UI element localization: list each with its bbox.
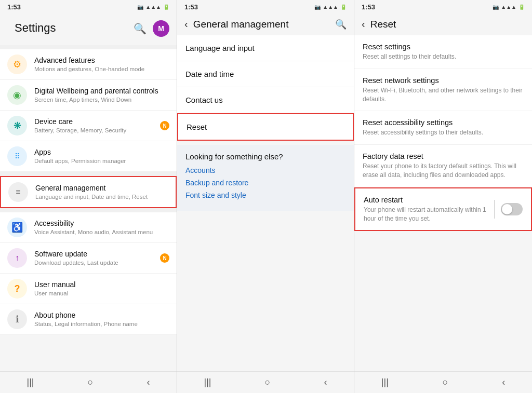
accessibility-sub: Voice Assistant, Mono audio, Assistant m…: [34, 228, 153, 236]
menu-contact-us[interactable]: Contact us: [177, 87, 354, 113]
search-icon[interactable]: 🔍: [134, 22, 147, 35]
advanced-features-sub: Motions and gestures, One-handed mode: [34, 65, 144, 73]
signal-icon-m: ▲▲▲: [323, 4, 338, 10]
accessibility-icon: ♿: [7, 218, 27, 237]
user-manual-icon: ?: [7, 279, 27, 299]
search-icon-middle[interactable]: 🔍: [335, 19, 347, 30]
nav-menu-left[interactable]: |||: [27, 377, 34, 388]
device-care-title: Device care: [34, 117, 126, 126]
about-phone-sub: Status, Legal information, Phone name: [34, 320, 138, 328]
header-icons: 🔍 M: [134, 20, 169, 37]
right-panel: 1:53 📷 ▲▲▲ 🔋 ‹ Reset Reset settings Rese…: [354, 0, 532, 393]
reset-network-title: Reset network settings: [363, 76, 524, 85]
general-management-sub: Language and input, Date and time, Reset: [35, 193, 148, 201]
nav-home-right[interactable]: ○: [443, 377, 448, 388]
nav-menu-right[interactable]: |||: [381, 377, 389, 388]
general-management-title: General management: [35, 183, 148, 193]
factory-reset-sub: Reset your phone to its factory default …: [363, 162, 524, 180]
link-font-size[interactable]: Font size and style: [185, 191, 345, 199]
nav-back-right[interactable]: ‹: [502, 377, 505, 388]
app-header-left: Settings 🔍 M: [0, 13, 177, 45]
status-icons-left: 📷 ▲▲▲ 🔋: [137, 4, 169, 10]
battery-icon-m: 🔋: [340, 4, 347, 10]
avatar[interactable]: M: [153, 20, 169, 37]
auto-restart-toggle[interactable]: [501, 203, 523, 215]
digital-wellbeing-icon: ◉: [7, 85, 27, 105]
status-bar-middle: 1:53 📷 ▲▲▲ 🔋: [177, 0, 354, 13]
apps-title: Apps: [34, 147, 126, 157]
middle-panel: 1:53 📷 ▲▲▲ 🔋 ‹ General management 🔍 Lang…: [177, 0, 354, 393]
link-accounts[interactable]: Accounts: [185, 166, 345, 174]
menu-language-input[interactable]: Language and input: [177, 35, 354, 61]
general-management-icon: ≡: [8, 182, 28, 202]
device-care-badge: N: [160, 121, 169, 130]
settings-list: ⚙ Advanced features Motions and gestures…: [0, 45, 177, 371]
nav-bar-middle: ||| ○ ‹: [177, 371, 354, 393]
nav-menu-middle[interactable]: |||: [204, 377, 211, 388]
accessibility-title: Accessibility: [34, 219, 153, 228]
back-header-middle: ‹ General management 🔍: [177, 13, 354, 35]
status-icons-middle: 📷 ▲▲▲ 🔋: [314, 4, 347, 10]
auto-restart-title: Auto restart: [364, 196, 494, 204]
software-update-sub: Download updates, Last update: [34, 259, 118, 267]
setting-item-device-care[interactable]: ❋ Device care Battery, Storage, Memory, …: [0, 111, 177, 141]
reset-settings-title: Reset settings: [363, 43, 524, 51]
reset-accessibility-sub: Reset accessibility settings to their de…: [363, 128, 524, 137]
setting-item-accessibility[interactable]: ♿ Accessibility Voice Assistant, Mono au…: [0, 212, 177, 243]
setting-item-user-manual[interactable]: ? User manual User manual: [0, 274, 177, 304]
signal-icon-r: ▲▲▲: [501, 4, 516, 10]
apps-sub: Default apps, Permission manager: [34, 157, 126, 165]
setting-item-apps[interactable]: ⠿ Apps Default apps, Permission manager: [0, 141, 177, 172]
reset-settings-sub: Reset all settings to their defaults.: [363, 52, 524, 61]
about-phone-icon: ℹ: [7, 309, 27, 329]
setting-item-software-update[interactable]: ↑ Software update Download updates, Last…: [0, 243, 177, 274]
reset-title: Reset: [370, 19, 525, 30]
looking-section: Looking for something else? Accounts Bac…: [177, 145, 354, 211]
status-icons-right: 📷 ▲▲▲ 🔋: [493, 4, 525, 10]
battery-icon: 🔋: [163, 4, 169, 10]
factory-reset-title: Factory data reset: [363, 152, 524, 160]
left-panel: 1:53 📷 ▲▲▲ 🔋 Settings 🔍 M ⚙ Advanced fea…: [0, 0, 177, 393]
middle-title: General management: [193, 19, 335, 30]
software-update-icon: ↑: [7, 248, 27, 268]
nav-back-left[interactable]: ‹: [147, 377, 150, 388]
auto-restart-item[interactable]: Auto restart Your phone will restart aut…: [354, 187, 532, 232]
time-left: 1:53: [7, 3, 21, 11]
reset-accessibility-item[interactable]: Reset accessibility settings Reset acces…: [354, 111, 532, 145]
nav-bar-right: ||| ○ ‹: [354, 371, 532, 393]
digital-wellbeing-title: Digital Wellbeing and parental controls: [34, 86, 158, 96]
auto-restart-sub: Your phone will restart automatically wi…: [364, 206, 494, 223]
factory-reset-item[interactable]: Factory data reset Reset your phone to i…: [354, 145, 532, 187]
setting-item-digital-wellbeing[interactable]: ◉ Digital Wellbeing and parental control…: [0, 80, 177, 111]
setting-item-about-phone[interactable]: ℹ About phone Status, Legal information,…: [0, 304, 177, 335]
reset-network-sub: Reset Wi-Fi, Bluetooth, and other networ…: [363, 86, 524, 104]
back-header-right: ‹ Reset: [354, 13, 532, 35]
user-manual-title: User manual: [34, 280, 75, 289]
nav-back-middle[interactable]: ‹: [324, 377, 327, 388]
setting-item-advanced-features[interactable]: ⚙ Advanced features Motions and gestures…: [0, 49, 177, 80]
status-bar-left: 1:53 📷 ▲▲▲ 🔋: [0, 0, 177, 13]
battery-icon-r: 🔋: [518, 4, 525, 10]
reset-network-item[interactable]: Reset network settings Reset Wi-Fi, Blue…: [354, 69, 532, 112]
menu-date-time[interactable]: Date and time: [177, 61, 354, 87]
reset-accessibility-title: Reset accessibility settings: [363, 118, 524, 127]
back-arrow-right[interactable]: ‹: [362, 18, 365, 30]
camera-icon-m: 📷: [314, 4, 321, 10]
nav-home-left[interactable]: ○: [88, 377, 94, 388]
general-management-menu: Language and input Date and time Contact…: [177, 35, 354, 141]
signal-icon: ▲▲▲: [145, 4, 161, 10]
setting-item-general-management[interactable]: ≡ General management Language and input,…: [0, 176, 177, 208]
link-backup-restore[interactable]: Backup and restore: [185, 179, 345, 187]
status-bar-right: 1:53 📷 ▲▲▲ 🔋: [354, 0, 532, 13]
advanced-features-title: Advanced features: [34, 56, 144, 65]
toggle-divider: [494, 200, 495, 219]
back-arrow-middle[interactable]: ‹: [184, 18, 188, 30]
nav-home-middle[interactable]: ○: [265, 377, 271, 388]
toggle-knob: [502, 204, 512, 214]
reset-settings-item[interactable]: Reset settings Reset all settings to the…: [354, 35, 532, 69]
device-care-icon: ❋: [7, 116, 27, 135]
menu-reset[interactable]: Reset: [177, 113, 354, 141]
apps-icon: ⠿: [7, 146, 27, 166]
time-right: 1:53: [362, 3, 375, 11]
advanced-features-icon: ⚙: [7, 55, 27, 74]
